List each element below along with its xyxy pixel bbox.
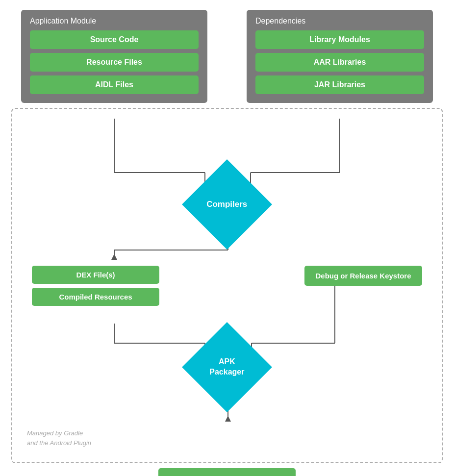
diagram: Application Module Source Code Resource …	[11, 10, 443, 476]
app-module-box: Application Module Source Code Resource …	[21, 10, 207, 103]
compilers-label: Compilers	[206, 200, 247, 209]
compilers-diamond: Compilers	[182, 159, 272, 250]
aar-libraries-item: AAR Libraries	[255, 53, 424, 72]
output-apk: Debug or Release APK	[158, 468, 296, 476]
apk-packager-label2: Packager	[209, 367, 244, 377]
apk-packager-label1: APK	[209, 357, 244, 367]
dependencies-title: Dependencies	[255, 17, 424, 25]
gradle-note: Managed by Gradle and the Android Plugin	[27, 428, 427, 448]
source-code-item: Source Code	[30, 30, 199, 49]
apk-packager-diamond: APK Packager	[182, 322, 272, 412]
compiled-resources-item: Compiled Resources	[32, 288, 159, 306]
left-items: DEX File(s) Compiled Resources	[32, 266, 159, 306]
dex-files-item: DEX File(s)	[32, 266, 159, 284]
aidl-files-item: AIDL Files	[30, 75, 199, 94]
build-process-container: Compilers DEX File(s) Compiled Resources…	[11, 108, 443, 463]
library-modules-item: Library Modules	[255, 30, 424, 49]
app-module-title: Application Module	[30, 17, 199, 25]
jar-libraries-item: JAR Libraries	[255, 75, 424, 94]
right-items: Debug or Release Keystore	[304, 266, 422, 286]
resource-files-item: Resource Files	[30, 53, 199, 72]
debug-keystore-item: Debug or Release Keystore	[304, 266, 422, 286]
dependencies-box: Dependencies Library Modules AAR Librari…	[247, 10, 433, 103]
